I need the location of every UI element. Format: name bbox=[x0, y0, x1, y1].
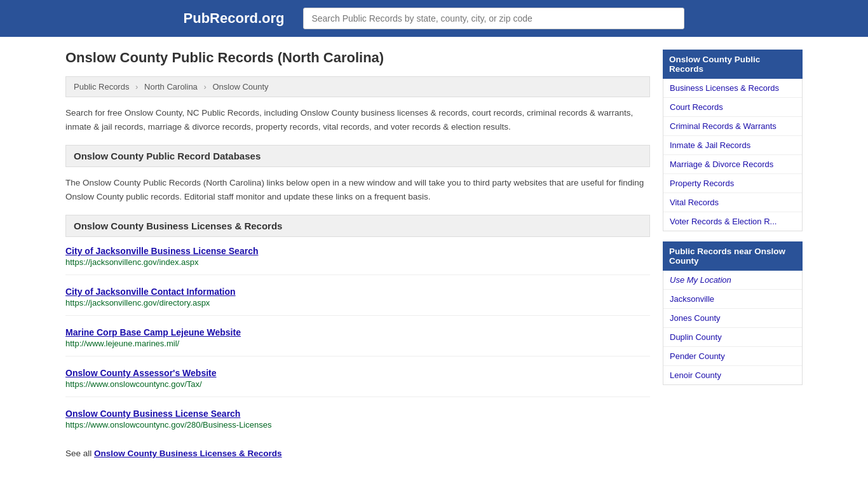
record-url-4: https://www.onslowcountync.gov/280/Busin… bbox=[65, 420, 650, 430]
sidebar-section-1: Onslow County Public Records Business Li… bbox=[663, 50, 803, 231]
record-title-1[interactable]: City of Jacksonville Contact Information bbox=[65, 287, 650, 297]
record-item-0: City of Jacksonville Business License Se… bbox=[65, 246, 650, 275]
breadcrumb-sep1: › bbox=[135, 82, 138, 92]
sidebar-item-pender-county: Pender County bbox=[663, 347, 802, 366]
breadcrumb-public-records[interactable]: Public Records bbox=[74, 82, 129, 92]
sidebar-item-property-records: Property Records bbox=[663, 174, 802, 193]
sidebar-section-2: Public Records near Onslow County Use My… bbox=[663, 241, 803, 385]
sidebar-item-use-location: Use My Location bbox=[663, 271, 802, 290]
sidebar-link-business-licenses[interactable]: Business Licenses & Records bbox=[663, 79, 802, 97]
record-list: City of Jacksonville Business License Se… bbox=[65, 246, 650, 437]
record-title-0[interactable]: City of Jacksonville Business License Se… bbox=[65, 246, 650, 256]
sidebar-link-inmate-records[interactable]: Inmate & Jail Records bbox=[663, 136, 802, 154]
sidebar-title-1: Onslow County Public Records bbox=[663, 50, 803, 79]
sidebar-item-court-records: Court Records bbox=[663, 98, 802, 117]
db-section-heading: Onslow County Public Record Databases bbox=[65, 145, 650, 167]
sidebar-link-vital-records[interactable]: Vital Records bbox=[663, 193, 802, 212]
record-item-4: Onslow County Business License Search ht… bbox=[65, 409, 650, 437]
search-input[interactable] bbox=[303, 8, 684, 29]
main-container: Onslow County Public Records (North Caro… bbox=[53, 37, 815, 471]
sidebar-link-lenoir-county[interactable]: Lenoir County bbox=[663, 366, 802, 384]
sidebar-link-property-records[interactable]: Property Records bbox=[663, 174, 802, 193]
sidebar-link-jacksonville[interactable]: Jacksonville bbox=[663, 290, 802, 308]
breadcrumb-sep2: › bbox=[203, 82, 206, 92]
sidebar-item-voter-records: Voter Records & Election R... bbox=[663, 212, 802, 231]
sidebar-item-inmate-records: Inmate & Jail Records bbox=[663, 136, 802, 155]
db-description: The Onslow County Public Records (North … bbox=[65, 176, 650, 203]
record-item-1: City of Jacksonville Contact Information… bbox=[65, 287, 650, 316]
sidebar-link-criminal-records[interactable]: Criminal Records & Warrants bbox=[663, 117, 802, 135]
breadcrumb: Public Records › North Carolina › Onslow… bbox=[65, 76, 650, 97]
record-item-2: Marine Corp Base Camp Lejeune Website ht… bbox=[65, 327, 650, 356]
breadcrumb-onslow-county[interactable]: Onslow County bbox=[212, 82, 268, 92]
record-url-1: https://jacksonvillenc.gov/directory.asp… bbox=[65, 298, 650, 308]
sidebar-link-marriage-records[interactable]: Marriage & Divorce Records bbox=[663, 155, 802, 173]
record-url-0: https://jacksonvillenc.gov/index.aspx bbox=[65, 257, 650, 267]
sidebar-link-use-location[interactable]: Use My Location bbox=[663, 271, 802, 289]
page-description: Search for free Onslow County, NC Public… bbox=[65, 106, 650, 133]
record-item-3: Onslow County Assessor's Website https:/… bbox=[65, 368, 650, 397]
sidebar-list-2: Use My Location Jacksonville Jones Count… bbox=[663, 271, 803, 385]
record-url-2: http://www.lejeune.marines.mil/ bbox=[65, 339, 650, 348]
sidebar: Onslow County Public Records Business Li… bbox=[663, 50, 803, 458]
record-title-2[interactable]: Marine Corp Base Camp Lejeune Website bbox=[65, 327, 650, 337]
record-url-3: https://www.onslowcountync.gov/Tax/ bbox=[65, 379, 650, 389]
record-title-4[interactable]: Onslow County Business License Search bbox=[65, 409, 650, 419]
sidebar-link-court-records[interactable]: Court Records bbox=[663, 98, 802, 116]
see-all-prefix: See all bbox=[65, 449, 94, 458]
sidebar-link-pender-county[interactable]: Pender County bbox=[663, 347, 802, 365]
sidebar-link-voter-records[interactable]: Voter Records & Election R... bbox=[663, 212, 802, 231]
sidebar-item-jones-county: Jones County bbox=[663, 309, 802, 328]
see-all: See all Onslow County Business Licenses … bbox=[65, 449, 650, 458]
sidebar-link-duplin-county[interactable]: Duplin County bbox=[663, 328, 802, 346]
sidebar-title-2: Public Records near Onslow County bbox=[663, 241, 803, 271]
sidebar-item-lenoir-county: Lenoir County bbox=[663, 366, 802, 384]
sidebar-item-marriage-records: Marriage & Divorce Records bbox=[663, 155, 802, 174]
header: PubRecord.org bbox=[0, 0, 868, 37]
page-title: Onslow County Public Records (North Caro… bbox=[65, 50, 650, 66]
site-title: PubRecord.org bbox=[184, 10, 285, 27]
sidebar-item-business-licenses: Business Licenses & Records bbox=[663, 79, 802, 98]
sidebar-link-jones-county[interactable]: Jones County bbox=[663, 309, 802, 327]
record-title-3[interactable]: Onslow County Assessor's Website bbox=[65, 368, 650, 378]
see-all-link[interactable]: Onslow County Business Licenses & Record… bbox=[94, 449, 282, 458]
sidebar-item-duplin-county: Duplin County bbox=[663, 328, 802, 347]
sidebar-item-criminal-records: Criminal Records & Warrants bbox=[663, 117, 802, 136]
breadcrumb-north-carolina[interactable]: North Carolina bbox=[144, 82, 198, 92]
content-area: Onslow County Public Records (North Caro… bbox=[65, 50, 650, 458]
business-section-heading: Onslow County Business Licenses & Record… bbox=[65, 215, 650, 237]
sidebar-list-1: Business Licenses & Records Court Record… bbox=[663, 79, 803, 231]
sidebar-item-jacksonville: Jacksonville bbox=[663, 290, 802, 309]
sidebar-item-vital-records: Vital Records bbox=[663, 193, 802, 212]
